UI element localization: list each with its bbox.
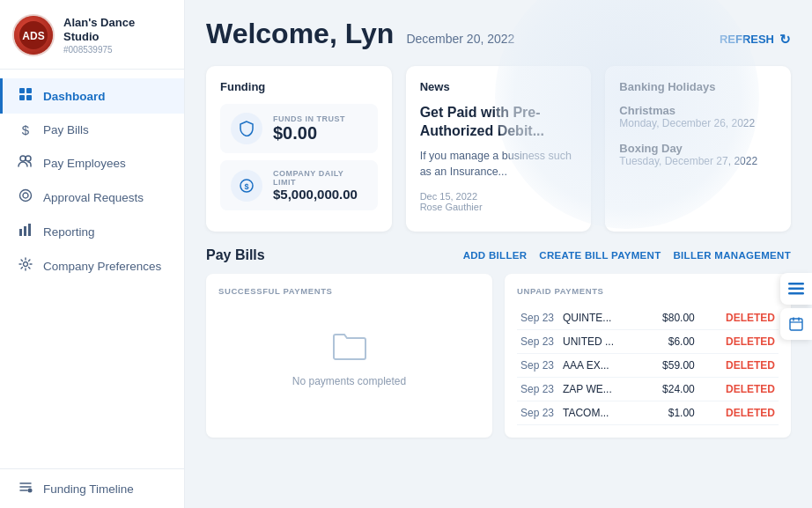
row-name: AAA EX... xyxy=(559,354,642,378)
sidebar-nav: Dashboard $ Pay Bills Pay Employees Appr… xyxy=(0,70,184,468)
welcome-title: Welcome, Lyn xyxy=(206,18,394,50)
row-status: DELETED xyxy=(698,354,779,378)
pay-bills-header: Pay Bills ADD BILLER CREATE BILL PAYMENT… xyxy=(206,247,791,263)
row-date: Sep 23 xyxy=(517,330,559,354)
pay-bills-actions: ADD BILLER CREATE BILL PAYMENT BILLER MA… xyxy=(463,250,791,261)
svg-text:ADS: ADS xyxy=(22,30,44,42)
svg-rect-20 xyxy=(790,319,802,330)
sidebar-item-pay-employees[interactable]: Pay Employees xyxy=(0,146,184,180)
sidebar-item-company-preferences[interactable]: Company Preferences xyxy=(0,248,184,283)
float-btn-calendar[interactable] xyxy=(780,308,812,340)
svg-rect-18 xyxy=(788,288,804,291)
sidebar-label-dashboard: Dashboard xyxy=(43,90,106,103)
sidebar-item-pay-bills[interactable]: $ Pay Bills xyxy=(0,114,184,146)
sidebar-label-pay-employees: Pay Employees xyxy=(43,157,126,170)
pay-bills-grid: SUCCESSFUL PAYMENTS No payments complete… xyxy=(206,274,791,438)
row-status: DELETED xyxy=(698,330,779,354)
svg-point-9 xyxy=(23,193,28,198)
refresh-button[interactable]: REFRESH ↻ xyxy=(720,32,791,48)
svg-point-6 xyxy=(20,156,26,161)
svg-point-13 xyxy=(24,262,28,267)
svg-point-7 xyxy=(26,156,31,161)
sidebar-item-funding-timeline[interactable]: Funding Timeline xyxy=(0,469,184,508)
row-date: Sep 23 xyxy=(517,354,559,378)
svg-rect-10 xyxy=(19,229,22,236)
approval-icon xyxy=(17,188,34,206)
svg-rect-19 xyxy=(788,292,804,295)
svg-text:$: $ xyxy=(244,182,248,191)
row-date: Sep 23 xyxy=(517,401,559,425)
daily-icon: $ xyxy=(231,170,262,202)
trust-amount: $0.00 xyxy=(273,123,345,144)
float-btn-list[interactable] xyxy=(780,273,812,305)
holiday-christmas-date: Monday, December 26, 2022 xyxy=(619,117,777,129)
preferences-icon xyxy=(17,257,34,275)
trust-label: FUNDS IN TRUST xyxy=(273,114,345,123)
svg-rect-4 xyxy=(19,95,25,100)
company-logo: ADS xyxy=(12,14,55,56)
row-date: Sep 23 xyxy=(517,378,559,401)
refresh-icon: ↻ xyxy=(779,32,791,48)
pay-bills-title: Pay Bills xyxy=(206,247,265,263)
unpaid-table-row: Sep 23 QUINTE... $80.00 DELETED xyxy=(517,306,779,330)
reporting-icon xyxy=(17,224,34,239)
pay-employees-icon xyxy=(17,155,34,171)
sidebar-item-approval-requests[interactable]: Approval Requests xyxy=(0,180,184,215)
successful-payments-card: SUCCESSFUL PAYMENTS No payments complete… xyxy=(206,274,492,438)
unpaid-payments-card: UNPAID PAYMENTS Sep 23 QUINTE... $80.00 … xyxy=(505,274,791,438)
unpaid-table-row: Sep 23 UNITED ... $6.00 DELETED xyxy=(517,330,779,354)
daily-amount: $5,000,000.00 xyxy=(273,187,367,202)
svg-point-14 xyxy=(28,489,33,493)
svg-rect-3 xyxy=(26,88,32,93)
funding-card: Funding FUNDS IN TRUST $0.00 $ COMPANY D… xyxy=(206,66,392,232)
banking-holidays-title: Banking Holidays xyxy=(619,80,777,93)
row-status: DELETED xyxy=(698,401,779,425)
sidebar-footer: Funding Timeline xyxy=(0,468,184,508)
sidebar-item-dashboard[interactable]: Dashboard xyxy=(0,78,184,114)
row-name: ZAP WE... xyxy=(559,378,642,401)
holiday-boxing-date: Tuesday, December 27, 2022 xyxy=(619,155,777,167)
main-content: Welcome, Lyn December 20, 2022 REFRESH ↻… xyxy=(185,0,812,508)
svg-point-8 xyxy=(20,190,32,202)
biller-management-button[interactable]: BILLER MANAGEMENT xyxy=(673,250,791,261)
row-amount: $80.00 xyxy=(642,306,698,330)
sidebar-label-pay-bills: Pay Bills xyxy=(43,123,89,136)
refresh-label: REFRESH xyxy=(720,33,774,46)
daily-label: COMPANY DAILY LIMIT xyxy=(273,169,367,187)
unpaid-table-row: Sep 23 AAA EX... $59.00 DELETED xyxy=(517,354,779,378)
svg-rect-17 xyxy=(788,283,804,285)
banking-holidays-card: Banking Holidays Christmas Monday, Decem… xyxy=(605,66,791,232)
holiday-christmas: Christmas Monday, December 26, 2022 xyxy=(619,104,777,129)
pay-bills-section: Pay Bills ADD BILLER CREATE BILL PAYMENT… xyxy=(206,247,791,438)
empty-state: No payments completed xyxy=(218,306,480,412)
floating-buttons xyxy=(780,273,812,340)
successful-label: SUCCESSFUL PAYMENTS xyxy=(218,286,480,296)
empty-text: No payments completed xyxy=(292,375,406,387)
funds-in-trust-row: FUNDS IN TRUST $0.00 xyxy=(220,104,378,153)
header-date: December 20, 2022 xyxy=(406,32,514,46)
add-biller-button[interactable]: ADD BILLER xyxy=(463,250,528,261)
row-name: TACOM... xyxy=(559,401,642,425)
svg-rect-12 xyxy=(28,224,31,236)
sidebar-item-reporting[interactable]: Reporting xyxy=(0,215,184,248)
sidebar-label-funding-timeline: Funding Timeline xyxy=(43,482,134,496)
news-article-desc: If you manage a business such as an Insu… xyxy=(420,148,578,181)
trust-icon xyxy=(231,113,262,144)
news-card: News Get Paid with Pre-Authorized Debit.… xyxy=(406,66,592,232)
row-status: DELETED xyxy=(698,378,779,401)
company-name: Alan's Dance Studio xyxy=(63,16,172,43)
row-name: UNITED ... xyxy=(559,330,642,354)
holiday-christmas-name: Christmas xyxy=(619,104,777,117)
sidebar-label-reporting: Reporting xyxy=(43,225,95,239)
create-bill-payment-button[interactable]: CREATE BILL PAYMENT xyxy=(539,250,661,261)
unpaid-label: UNPAID PAYMENTS xyxy=(517,286,779,296)
page-header: Welcome, Lyn December 20, 2022 REFRESH ↻ xyxy=(206,18,791,50)
news-article-date: Dec 15, 2022 xyxy=(420,191,578,202)
unpaid-table: Sep 23 QUINTE... $80.00 DELETED Sep 23 U… xyxy=(517,306,779,425)
holiday-boxing-name: Boxing Day xyxy=(619,142,777,155)
row-amount: $6.00 xyxy=(642,330,698,354)
row-amount: $24.00 xyxy=(642,378,698,401)
sidebar-label-approval: Approval Requests xyxy=(43,191,144,204)
news-article-title: Get Paid with Pre-Authorized Debit... xyxy=(420,104,578,141)
unpaid-table-row: Sep 23 TACOM... $1.00 DELETED xyxy=(517,401,779,425)
